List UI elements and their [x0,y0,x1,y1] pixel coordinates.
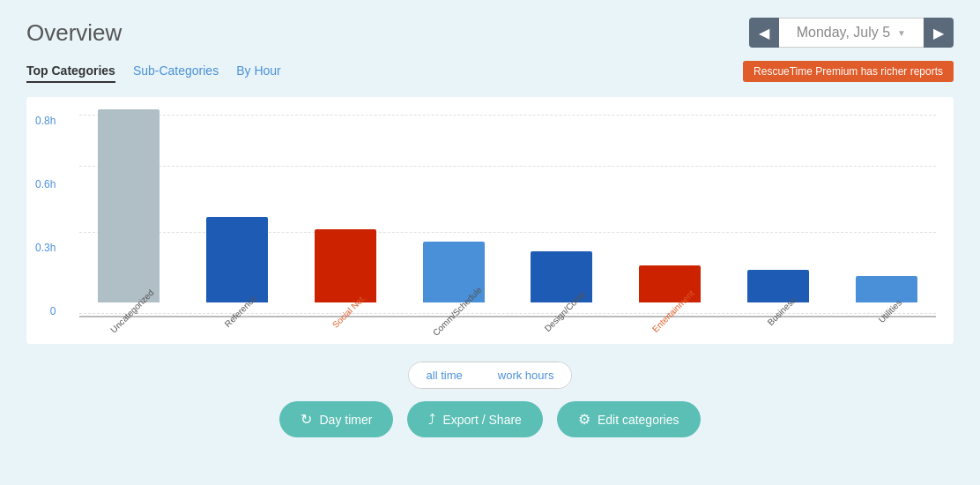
bar-group-reference: Reference [188,217,287,317]
edit-categories-label: Edit categories [598,413,679,427]
action-buttons: ↻ Day timer ⤴ Export / Share ⚙ Edit cate… [279,401,700,437]
tab-by-hour[interactable]: By Hour [236,60,281,83]
prev-date-button[interactable]: ◀ [749,18,779,48]
date-text: Monday, July 5 [797,25,890,41]
tab-sub-categories[interactable]: Sub-Categories [133,60,219,83]
y-axis-labels: 0.8h 0.6h 0.3h 0 [35,115,56,317]
date-nav: ◀ Monday, July 5 ▼ ▶ [749,18,954,48]
y-label-06: 0.6h [35,178,56,190]
bar-group-uncategorized: Uncategorized [79,109,179,317]
y-label-0: 0 [50,305,56,317]
tabs-container: Top Categories Sub-Categories By Hour [26,60,281,83]
edit-categories-button[interactable]: ⚙ Edit categories [557,401,701,437]
dropdown-arrow-icon: ▼ [897,28,906,38]
date-display: Monday, July 5 ▼ [779,18,924,48]
chart-area: 0.8h 0.6h 0.3h 0 Uncategorized [26,97,954,344]
day-timer-label: Day timer [319,413,372,427]
bar-group-entertainment: Entertainment [620,265,720,317]
export-share-button[interactable]: ⤴ Export / Share [407,401,543,437]
edit-categories-icon: ⚙ [578,411,590,428]
toggle-work-hours[interactable]: work hours [480,362,572,388]
bottom-controls: all time work hours ↻ Day timer ⤴ Export… [26,362,954,437]
bar-group-social-net: Social Net. [296,229,396,317]
export-share-label: Export / Share [442,413,522,427]
bar-group-comm-schedule: Comm/Schedule [404,242,503,317]
tabs-row: Top Categories Sub-Categories By Hour Re… [26,60,954,83]
toggle-row: all time work hours [408,362,573,389]
bar-uncategorized [98,109,160,302]
next-date-button[interactable]: ▶ [924,18,954,48]
premium-badge[interactable]: RescueTime Premium has richer reports [743,61,954,82]
bar-group-design-comp: Design/Comp [512,251,612,317]
y-label-08: 0.8h [35,115,56,127]
toggle-all-time[interactable]: all time [409,362,480,388]
tab-top-categories[interactable]: Top Categories [26,60,115,83]
bar-group-utilities: Utilities [836,276,936,317]
day-timer-icon: ↻ [301,411,312,428]
day-timer-button[interactable]: ↻ Day timer [279,401,393,437]
export-share-icon: ⤴ [428,412,435,428]
bars-container: Uncategorized Reference Social Net. Comm… [79,115,936,317]
header-row: Overview ◀ Monday, July 5 ▼ ▶ [26,18,954,48]
bar-group-business: Business [729,270,828,317]
page-title: Overview [26,19,122,47]
y-label-03: 0.3h [35,242,56,254]
main-container: Overview ◀ Monday, July 5 ▼ ▶ Top Catego… [0,0,980,485]
